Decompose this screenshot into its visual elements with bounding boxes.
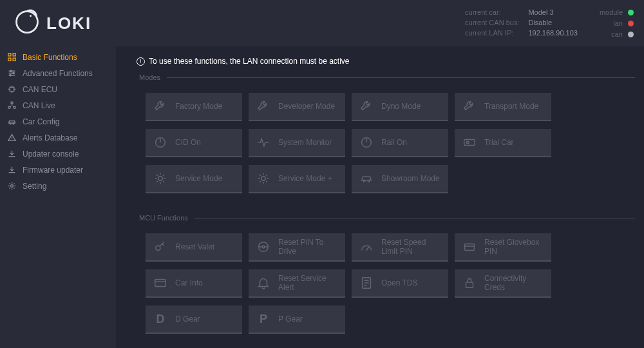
tile-label: Reset Service Alert bbox=[278, 274, 337, 293]
tile-p-gear[interactable]: PP Gear bbox=[249, 305, 345, 334]
sidebar-item-advanced-functions[interactable]: Advanced Functions bbox=[0, 65, 116, 81]
svg-point-14 bbox=[13, 123, 14, 124]
sidebar-item-label: Basic Functions bbox=[23, 53, 77, 62]
svg-point-15 bbox=[11, 185, 14, 188]
gear-icon bbox=[256, 171, 270, 186]
svg-point-22 bbox=[363, 180, 365, 182]
sidebar-item-label: Car Config bbox=[23, 117, 59, 126]
tile-label: Reset Speed Limit PIN bbox=[381, 238, 440, 256]
sidebar-item-label: Setting bbox=[23, 182, 46, 191]
network-icon bbox=[8, 101, 16, 110]
document-icon bbox=[359, 276, 374, 290]
tile-rail-on[interactable]: Rail On bbox=[352, 129, 448, 157]
steering-icon bbox=[256, 240, 270, 254]
svg-point-13 bbox=[10, 123, 11, 124]
wrench-icon bbox=[256, 99, 270, 113]
svg-point-21 bbox=[261, 177, 265, 180]
notice-text: To use these functions, the LAN connecti… bbox=[149, 57, 350, 66]
card-icon bbox=[153, 276, 167, 290]
alert-icon bbox=[8, 133, 16, 142]
tile-reset-speed-limit-pin[interactable]: Reset Speed Limit PIN bbox=[352, 233, 448, 262]
svg-point-24 bbox=[156, 246, 160, 250]
svg-point-20 bbox=[158, 177, 162, 180]
svg-rect-2 bbox=[8, 53, 11, 56]
sidebar-item-label: Advanced Functions bbox=[23, 69, 93, 78]
tile-transport-mode[interactable]: Transport Mode bbox=[455, 93, 551, 121]
tile-service-mode[interactable]: Service Mode bbox=[146, 165, 242, 193]
section-title-text: Modes bbox=[139, 73, 160, 81]
tile-label: Trial Car bbox=[484, 138, 514, 147]
tile-showroom-mode[interactable]: Showroom Mode bbox=[352, 165, 448, 193]
svg-point-10 bbox=[11, 102, 13, 104]
status-block: current car: Model 3 current CAN bus: Di… bbox=[465, 8, 634, 38]
sidebar-item-car-config[interactable]: Car Config bbox=[0, 113, 116, 130]
tile-factory-mode[interactable]: Factory Mode bbox=[146, 93, 242, 121]
tile-car-info[interactable]: Car Info bbox=[146, 269, 242, 298]
sidebar-item-alerts-database[interactable]: Alerts Database bbox=[0, 130, 116, 146]
tile-label: D Gear bbox=[175, 314, 200, 324]
key-icon bbox=[153, 240, 167, 254]
sliders-icon bbox=[8, 69, 16, 77]
sidebar-item-can-ecu[interactable]: CAN ECU bbox=[0, 81, 116, 97]
tile-reset-glovebox-pin[interactable]: Reset Glovebox PIN bbox=[455, 233, 551, 262]
led-lan-icon bbox=[628, 21, 634, 26]
sidebar-item-firmware-updater[interactable]: Firmware updater bbox=[0, 162, 116, 178]
led-label-module: module bbox=[600, 8, 623, 16]
notice-banner: ! To use these functions, the LAN connec… bbox=[137, 57, 635, 66]
sidebar-item-updater-console[interactable]: Updater console bbox=[0, 146, 116, 162]
svg-rect-28 bbox=[155, 280, 166, 287]
brand-text: LOKI bbox=[46, 14, 91, 34]
brand: LOKI bbox=[13, 8, 91, 39]
sidebar-item-can-live[interactable]: CAN Live bbox=[0, 97, 116, 113]
value-current-car: Model 3 bbox=[528, 8, 577, 16]
tile-dyno-mode[interactable]: Dyno Mode bbox=[352, 93, 448, 121]
tile-label: P Gear bbox=[278, 314, 303, 324]
section-title-text: MCU Functions bbox=[139, 214, 188, 222]
tile-reset-service-alert[interactable]: Reset Service Alert bbox=[249, 269, 345, 298]
led-can-icon bbox=[628, 32, 634, 37]
sidebar-item-setting[interactable]: Setting bbox=[0, 178, 116, 194]
label-current-bus: current CAN bus: bbox=[465, 19, 519, 26]
tile-open-tds[interactable]: Open TDS bbox=[352, 269, 448, 298]
tile-label: Reset Glovebox PIN bbox=[484, 238, 544, 256]
value-current-ip: 192.168.90.103 bbox=[528, 29, 577, 37]
tile-reset-pin-to-drive[interactable]: Reset PIN To Drive bbox=[249, 233, 345, 262]
tile-d-gear[interactable]: DD Gear bbox=[146, 305, 242, 334]
tile-connectivity-creds[interactable]: Connectivity Creds bbox=[455, 269, 551, 298]
sidebar: Basic Functions Advanced Functions CAN E… bbox=[0, 46, 116, 348]
tile-reset-valet[interactable]: Reset Valet bbox=[146, 233, 242, 262]
svg-point-23 bbox=[368, 180, 370, 182]
tile-label: Service Mode + bbox=[278, 174, 332, 183]
gear-icon bbox=[153, 171, 167, 186]
section-title-modes: Modes bbox=[139, 73, 635, 81]
download-icon bbox=[8, 166, 16, 174]
car-icon bbox=[8, 117, 16, 126]
sidebar-item-basic-functions[interactable]: Basic Functions bbox=[0, 49, 116, 65]
status-kv: current car: Model 3 current CAN bus: Di… bbox=[465, 8, 578, 37]
tile-service-mode-plus[interactable]: Service Mode + bbox=[249, 165, 345, 193]
power-icon bbox=[359, 135, 374, 150]
tile-trial-car[interactable]: Trial Car bbox=[455, 129, 551, 157]
tile-developer-mode[interactable]: Developer Mode bbox=[249, 93, 345, 121]
modes-grid: Factory Mode Developer Mode Dyno Mode Tr… bbox=[146, 93, 635, 193]
grid-icon bbox=[8, 53, 16, 61]
box-icon bbox=[462, 240, 477, 254]
gauge-icon bbox=[359, 240, 374, 254]
svg-rect-9 bbox=[10, 87, 14, 92]
sidebar-item-label: Alerts Database bbox=[23, 133, 77, 142]
tile-cid-on[interactable]: CID On bbox=[146, 129, 242, 157]
tile-label: Connectivity Creds bbox=[484, 274, 544, 293]
tile-label: Open TDS bbox=[381, 278, 417, 287]
tile-label: Reset PIN To Drive bbox=[278, 238, 337, 256]
svg-point-26 bbox=[262, 246, 265, 248]
car-icon bbox=[359, 171, 374, 186]
top-bar: LOKI current car: Model 3 current CAN bu… bbox=[0, 0, 644, 46]
letter-d-icon: D bbox=[153, 313, 167, 326]
chip-icon bbox=[8, 85, 16, 93]
svg-point-0 bbox=[17, 12, 38, 33]
tile-system-monitor[interactable]: System Monitor bbox=[249, 129, 345, 157]
label-current-car: current car: bbox=[465, 8, 519, 16]
svg-point-1 bbox=[30, 15, 32, 17]
tile-label: CID On bbox=[175, 138, 201, 147]
lock-icon bbox=[462, 276, 477, 290]
